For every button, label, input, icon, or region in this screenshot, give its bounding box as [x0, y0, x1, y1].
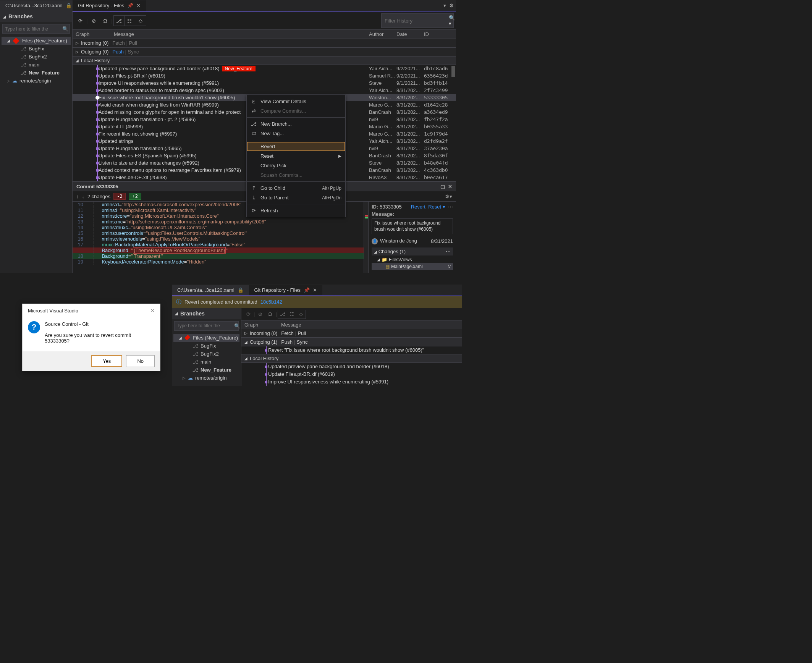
local-history-section[interactable]: ◢ Local History	[73, 56, 456, 65]
more-icon[interactable]: ⋯	[448, 204, 453, 210]
branch-main[interactable]: ⎇main	[2, 61, 71, 69]
caret-right-icon: ▷	[7, 79, 10, 83]
pin-icon[interactable]: 📌	[127, 3, 133, 8]
commit-row[interactable]: Added border to status bar to match desi…	[73, 87, 456, 94]
col-id[interactable]: ID	[424, 31, 453, 37]
branch-bugfix2[interactable]: ⎇BugFix2	[2, 53, 71, 61]
close-icon[interactable]: ✕	[448, 184, 452, 189]
changes-header[interactable]: ◢ Changes (1) ⋯	[372, 247, 453, 255]
gear-icon[interactable]: ⚙▾	[445, 194, 452, 199]
file-tab-after[interactable]: C:\Users\ta...3ca120.xaml🔒	[172, 285, 249, 295]
commit-row[interactable]: Improve UI responsiveness while enumerat…	[73, 79, 456, 87]
commit-date: 8/31/2021	[431, 238, 453, 244]
commit-list: Updated preview pane background and bord…	[73, 65, 456, 181]
commit-row-after[interactable]: Update Files.pt-BR.xlf (#6019)	[241, 370, 462, 378]
commit-row-after[interactable]: Improve UI responsiveness while enumerat…	[241, 378, 462, 386]
branch-icon: ⎇	[21, 46, 26, 52]
filter-history-box[interactable]: 🔍▾	[381, 13, 454, 28]
refresh-button[interactable]: ⟳	[244, 310, 253, 319]
deletions-badge: -2	[113, 193, 126, 200]
branch-filter-after[interactable]: 🔍	[174, 321, 239, 331]
git-tab-after[interactable]: Git Repository - Files📌✕	[249, 285, 322, 295]
branch-bugfix[interactable]: ⎇BugFix	[2, 45, 71, 53]
commit-row[interactable]: Updated preview pane background and bord…	[73, 65, 456, 72]
filter-btn[interactable]: ◇	[135, 16, 146, 26]
list-view-btn[interactable]: ☷	[125, 16, 135, 26]
incoming-after[interactable]: ▷Incoming (0)Fetch | Pull	[241, 329, 462, 338]
col-author[interactable]: Author	[369, 31, 396, 37]
more-icon[interactable]: ⋯	[446, 249, 451, 254]
commit-row-after[interactable]: Updated preview pane background and bord…	[241, 363, 462, 370]
branches-header-after[interactable]: ◢Branches	[172, 308, 241, 319]
dropdown-icon[interactable]: ▾	[443, 3, 446, 8]
commit-row[interactable]: Update Files.pt-BR.xlf (#6019) Samuel R.…	[73, 72, 456, 79]
remotes-node[interactable]: ▷☁remotes/origin	[2, 77, 71, 85]
col-graph[interactable]: Graph	[76, 31, 114, 37]
avatar: 👤	[372, 238, 378, 244]
push-link[interactable]: Push	[112, 49, 124, 55]
local-after[interactable]: ◢Local History	[241, 354, 462, 363]
ctx-new-branch-[interactable]: ⎇New Branch...	[247, 119, 345, 129]
caret-down-icon: ◢	[7, 39, 10, 43]
diff-minimap[interactable]	[364, 202, 368, 273]
incoming-section[interactable]: ▷ Incoming (0) Fetch | Pull	[73, 39, 456, 47]
pin-icon[interactable]: 📌	[304, 287, 310, 293]
branch-item[interactable]: ⎇New_Feature	[173, 366, 239, 374]
ctx-cherry-pick[interactable]: Cherry-Pick	[247, 161, 345, 170]
refresh-button[interactable]: ⟳	[75, 16, 86, 26]
folder-row[interactable]: ◢📁Files\Views	[372, 256, 453, 263]
cloud-icon: ☁	[12, 78, 17, 84]
graph-view-btn[interactable]: ⎇	[114, 16, 125, 26]
toolbar-btn-1[interactable]: ⊘	[88, 16, 99, 26]
branch-filter-field[interactable]	[5, 26, 62, 32]
remotes-after[interactable]: ▷☁remotes/origin	[173, 374, 239, 382]
changes-count: 2 changes	[87, 194, 110, 199]
ctx-revert[interactable]: Revert	[247, 142, 345, 151]
ctx-new-tag-[interactable]: 🏷New Tag...	[247, 129, 345, 138]
yes-button[interactable]: Yes	[91, 355, 122, 367]
new-commit-link[interactable]: 18c5b142	[260, 299, 282, 305]
outgoing-section[interactable]: ▷ Outgoing (0) Push | Sync	[73, 47, 456, 56]
file-tab[interactable]: C:\Users\ta...3ca120.xaml 🔒	[0, 0, 77, 11]
info-icon: ⓘ	[176, 299, 181, 306]
ctx-refresh[interactable]: ⟳Refresh	[247, 206, 345, 215]
commit-context-menu: ⎘View Commit Details⇄Compare Commits...⎇…	[246, 95, 346, 217]
close-icon[interactable]: ✕	[136, 3, 141, 8]
col-message[interactable]: Message	[114, 31, 369, 37]
question-icon: ?	[28, 321, 40, 333]
gear-icon[interactable]: ⚙	[449, 3, 454, 8]
outgoing-after[interactable]: ◢Outgoing (1)Push | Sync	[241, 338, 462, 346]
ctx-view-commit-details[interactable]: ⎘View Commit Details	[247, 97, 345, 106]
sync-link[interactable]: Sync	[128, 49, 139, 55]
prev-change-button[interactable]: ↑	[76, 194, 79, 199]
fetch-link[interactable]: Fetch	[112, 40, 125, 46]
folder-icon: 📁	[382, 257, 387, 262]
reset-link[interactable]: Reset ▾	[428, 204, 445, 210]
filter-history-input[interactable]	[385, 18, 449, 24]
repo-root-after[interactable]: ◢Files (New_Feature)	[173, 334, 239, 342]
col-date[interactable]: Date	[396, 31, 424, 37]
outgoing-commit-row[interactable]: Revert "Fix issue where root background …	[241, 346, 462, 354]
branch-item[interactable]: ⎇main	[173, 358, 239, 366]
branch-item[interactable]: ⎇BugFix2	[173, 350, 239, 358]
revert-link[interactable]: Revert	[411, 204, 425, 210]
maximize-icon[interactable]: ▢	[440, 184, 445, 189]
ctx-go-to-parent[interactable]: ⤓Go to ParentAlt+PgDn	[247, 193, 345, 202]
pull-link[interactable]: Pull	[129, 40, 137, 46]
no-button[interactable]: No	[126, 355, 155, 367]
close-icon[interactable]: ✕	[150, 308, 155, 314]
commit-details-pane: ID: 53333305 Revert Reset ▾ ⋯ Message: F…	[368, 202, 456, 273]
file-row[interactable]: ▦MainPage.xamlM	[372, 263, 453, 270]
branch-item[interactable]: ⎇BugFix	[173, 342, 239, 350]
ctx-reset[interactable]: Reset▶	[247, 151, 345, 161]
dialog-title: Microsoft Visual Studio	[28, 308, 78, 314]
close-icon[interactable]: ✕	[313, 287, 317, 293]
branch-new-feature[interactable]: ⎇New_Feature	[2, 69, 71, 77]
git-repository-tab[interactable]: Git Repository - Files 📌 ✕	[73, 0, 146, 11]
branches-header[interactable]: ◢ Branches	[0, 11, 72, 22]
branch-filter-input[interactable]: 🔍	[2, 24, 70, 34]
toolbar-btn-2[interactable]: Ω	[100, 16, 110, 26]
next-change-button[interactable]: ↓	[82, 194, 85, 199]
ctx-go-to-child[interactable]: ⤒Go to ChildAlt+PgUp	[247, 183, 345, 193]
repo-root[interactable]: ◢ Files (New_Feature)	[2, 37, 71, 45]
